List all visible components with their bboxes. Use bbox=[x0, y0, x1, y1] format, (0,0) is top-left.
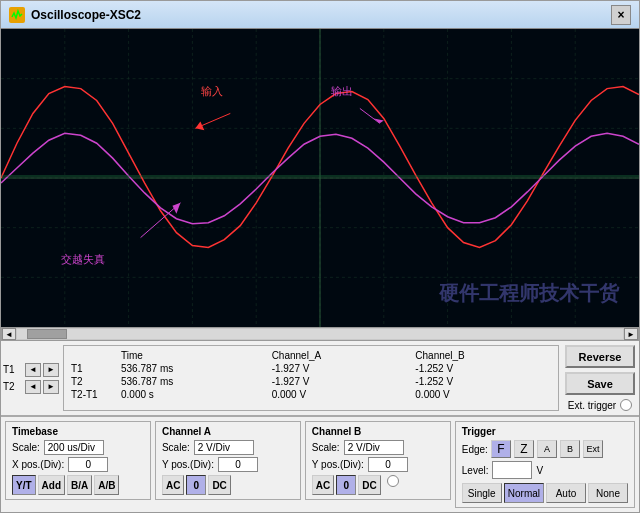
t2-label: T2 bbox=[3, 381, 23, 392]
trigger-level-input[interactable] bbox=[492, 461, 532, 479]
channel-a-label: Channel A bbox=[162, 426, 294, 437]
reverse-save-block: Reverse Save Ext. trigger bbox=[565, 345, 635, 411]
t2-left-btn[interactable]: ◄ bbox=[25, 380, 41, 394]
channel-a-group: Channel A Scale: 2 V/Div Y pos.(Div): AC… bbox=[155, 421, 301, 500]
edge-a-btn[interactable]: A bbox=[537, 440, 557, 458]
oscilloscope-window: Oscilloscope-XSC2 × bbox=[0, 0, 640, 513]
chb-ypos-label: Y pos.(Div): bbox=[312, 459, 364, 470]
chb-scale-label: Scale: bbox=[312, 442, 340, 453]
add-button[interactable]: Add bbox=[38, 475, 65, 495]
edge-ext-btn[interactable]: Ext bbox=[583, 440, 603, 458]
scrollbar-thumb[interactable] bbox=[27, 329, 67, 339]
timebase-scale-label: Scale: bbox=[12, 442, 40, 453]
titlebar: Oscilloscope-XSC2 × bbox=[1, 1, 639, 29]
measurements-table: Time Channel_A Channel_B T1 536.787 ms -… bbox=[67, 349, 555, 401]
trigger-group: Trigger Edge: F Z A B Ext Level: V Singl… bbox=[455, 421, 635, 508]
ab-button[interactable]: A/B bbox=[94, 475, 119, 495]
ba-button[interactable]: B/A bbox=[67, 475, 92, 495]
t2-row: T2 ◄ ► bbox=[3, 380, 59, 394]
t1-right-btn[interactable]: ► bbox=[43, 363, 59, 377]
scope-display: 输入 输出 交越失真 硬件工程师技术干货 bbox=[1, 29, 639, 327]
controls-area: T1 ◄ ► T2 ◄ ► Time Channe bbox=[1, 341, 639, 512]
t2-data-row: T2 536.787 ms -1.927 V -1.252 V bbox=[67, 375, 555, 388]
timebase-scale-value: 200 us/Div bbox=[44, 440, 104, 455]
scrollbar-horizontal[interactable]: ◄ ► bbox=[1, 327, 639, 341]
cha-zero-button[interactable]: 0 bbox=[186, 475, 206, 495]
cha-scale-value: 2 V/Div bbox=[194, 440, 254, 455]
timebase-xpos-input[interactable] bbox=[68, 457, 108, 472]
t2-time-val: 536.787 ms bbox=[117, 375, 268, 388]
chb-zero-button[interactable]: 0 bbox=[336, 475, 356, 495]
edge-rising-btn[interactable]: F bbox=[491, 440, 511, 458]
trigger-label: Trigger bbox=[462, 426, 628, 437]
t1-left-btn[interactable]: ◄ bbox=[25, 363, 41, 377]
t2-chb-val: -1.252 V bbox=[411, 375, 555, 388]
chb-ac-button[interactable]: AC bbox=[312, 475, 334, 495]
mode-normal-btn[interactable]: Normal bbox=[504, 483, 544, 503]
scrollbar-track[interactable] bbox=[17, 329, 623, 339]
t2t1-row-label: T2-T1 bbox=[67, 388, 117, 401]
save-button[interactable]: Save bbox=[565, 372, 635, 395]
chb-coupling-row: AC 0 DC bbox=[312, 475, 444, 495]
mode-auto-btn[interactable]: Auto bbox=[546, 483, 586, 503]
cha-ypos-input[interactable] bbox=[218, 457, 258, 472]
t2t1-chb-val: 0.000 V bbox=[411, 388, 555, 401]
col-channel-a: Channel_A bbox=[268, 349, 412, 362]
measurements-row: T1 ◄ ► T2 ◄ ► Time Channe bbox=[1, 341, 639, 416]
ext-trigger-row: Ext. trigger bbox=[568, 399, 632, 411]
trigger-level-label: Level: bbox=[462, 465, 489, 476]
close-button[interactable]: × bbox=[611, 5, 631, 25]
t-buttons: T1 ◄ ► T2 ◄ ► bbox=[3, 345, 59, 411]
ext-trigger-indicator bbox=[620, 399, 632, 411]
chb-scale-field: Scale: 2 V/Div bbox=[312, 440, 444, 455]
chb-ypos-input[interactable] bbox=[368, 457, 408, 472]
trigger-edge-row: Edge: F Z A B Ext bbox=[462, 440, 628, 458]
timebase-label: Timebase bbox=[12, 426, 144, 437]
trigger-level-row: Level: V bbox=[462, 461, 628, 479]
timebase-group: Timebase Scale: 200 us/Div X pos.(Div): … bbox=[5, 421, 151, 500]
mode-none-btn[interactable]: None bbox=[588, 483, 628, 503]
t1-cha-val: -1.927 V bbox=[268, 362, 412, 375]
trigger-level-unit: V bbox=[536, 465, 543, 476]
titlebar-left: Oscilloscope-XSC2 bbox=[9, 7, 141, 23]
cha-ac-button[interactable]: AC bbox=[162, 475, 184, 495]
mode-single-btn[interactable]: Single bbox=[462, 483, 502, 503]
trigger-edge-label: Edge: bbox=[462, 444, 488, 455]
cha-scale-label: Scale: bbox=[162, 442, 190, 453]
reverse-button[interactable]: Reverse bbox=[565, 345, 635, 368]
chb-scale-value: 2 V/Div bbox=[344, 440, 404, 455]
trigger-mode-row: Single Normal Auto None bbox=[462, 483, 628, 503]
window-title: Oscilloscope-XSC2 bbox=[31, 8, 141, 22]
t1-data-row: T1 536.787 ms -1.927 V -1.252 V bbox=[67, 362, 555, 375]
cha-scale-field: Scale: 2 V/Div bbox=[162, 440, 294, 455]
scroll-right-btn[interactable]: ► bbox=[624, 328, 638, 340]
t2t1-time-val: 0.000 s bbox=[117, 388, 268, 401]
edge-b-btn[interactable]: B bbox=[560, 440, 580, 458]
timebase-xpos-label: X pos.(Div): bbox=[12, 459, 64, 470]
col-time: Time bbox=[117, 349, 268, 362]
channel-b-label: Channel B bbox=[312, 426, 444, 437]
t2t1-cha-val: 0.000 V bbox=[268, 388, 412, 401]
t2-row-label: T2 bbox=[67, 375, 117, 388]
scope-grid bbox=[1, 29, 639, 327]
t2-right-btn[interactable]: ► bbox=[43, 380, 59, 394]
yt-button[interactable]: Y/T bbox=[12, 475, 36, 495]
t1-time-val: 536.787 ms bbox=[117, 362, 268, 375]
t1-chb-val: -1.252 V bbox=[411, 362, 555, 375]
scroll-left-btn[interactable]: ◄ bbox=[2, 328, 16, 340]
channel-b-group: Channel B Scale: 2 V/Div Y pos.(Div): AC… bbox=[305, 421, 451, 500]
cha-dc-button[interactable]: DC bbox=[208, 475, 230, 495]
cha-ypos-label: Y pos.(Div): bbox=[162, 459, 214, 470]
settings-row: Timebase Scale: 200 us/Div X pos.(Div): … bbox=[1, 416, 639, 512]
chb-ypos-field: Y pos.(Div): bbox=[312, 457, 444, 472]
t1-label: T1 bbox=[3, 364, 23, 375]
cha-ypos-field: Y pos.(Div): bbox=[162, 457, 294, 472]
app-icon bbox=[9, 7, 25, 23]
t2t1-data-row: T2-T1 0.000 s 0.000 V 0.000 V bbox=[67, 388, 555, 401]
timebase-mode-row: Y/T Add B/A A/B bbox=[12, 475, 144, 495]
edge-falling-btn[interactable]: Z bbox=[514, 440, 534, 458]
timebase-xpos-field: X pos.(Div): bbox=[12, 457, 144, 472]
col-channel-b: Channel_B bbox=[411, 349, 555, 362]
chb-dc-button[interactable]: DC bbox=[358, 475, 380, 495]
t1-row-label: T1 bbox=[67, 362, 117, 375]
